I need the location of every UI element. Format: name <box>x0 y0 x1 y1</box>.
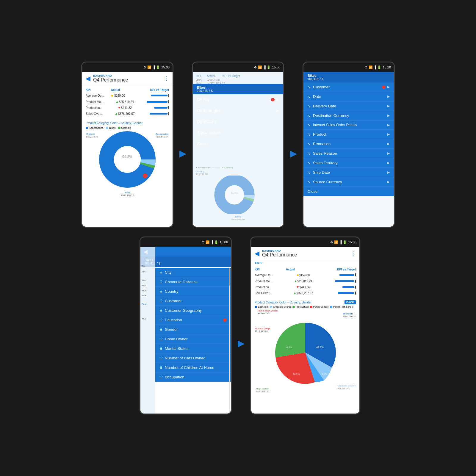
phone-screen1: ⊙ 📶 ▐ 🔋 15:06 ◀ DASHBOARD Q4 Performance… <box>81 62 173 228</box>
tile-5-label: Tile 5 <box>251 260 359 265</box>
dim-close-3[interactable]: Close <box>303 187 394 196</box>
dim-sales-territory[interactable]: ↘Sales Territory ▶ <box>303 158 394 168</box>
wifi-icon-4: 📶 <box>206 240 210 244</box>
kpi-row-5b: Product Mo... ▲$25,819.24 <box>255 278 356 284</box>
dim-icon-product: ↘ <box>308 132 311 137</box>
drill-num-children-label: Number of Children At Home <box>165 365 214 370</box>
drill-home-owner[interactable]: ☷ Home Owner <box>155 334 231 344</box>
label-partial-hs: Partial High School <box>333 306 353 308</box>
signal-icon-3: ▐ <box>374 65 376 69</box>
drill-commute[interactable]: ☷ Commute Distance <box>155 277 231 287</box>
indicator-yellow: ● <box>111 93 113 98</box>
drill-num-cars[interactable]: ☷ Number of Cars Owned <box>155 353 231 363</box>
drill-city-label: City <box>165 270 171 275</box>
menu-dots-5[interactable]: ⋮ <box>350 250 356 257</box>
pie-section-5: Product Category, Color – Country, Gende… <box>251 298 359 400</box>
kpi-bar <box>138 111 169 117</box>
kpi-val-5-4: ▲$378,297.67 <box>286 290 320 296</box>
drill-gender-row: ☷ Gender <box>159 327 227 332</box>
grid-icon-marital: ☷ <box>159 347 162 350</box>
battery-icon-3: 🔋 <box>377 65 381 69</box>
chevron-dest: ▶ <box>387 114 390 118</box>
dim-internet-sales[interactable]: ↘Internet Sales Order Details ▶ <box>303 120 394 130</box>
actual-col-header-5: Actual <box>286 267 320 272</box>
dim-source-row: ↘Source Currency <box>308 180 387 184</box>
kpi-bar <box>138 99 169 105</box>
context-menu-2[interactable]: Bikes 706,418.7 $ Drill by... ▶ Drillthr… <box>193 84 283 149</box>
drill-marital[interactable]: ☷ Marital Status <box>155 344 231 353</box>
drill-education[interactable]: ☷ Education <box>155 315 231 325</box>
svg-text:94.8%: 94.8% <box>122 155 132 159</box>
menu-item-close-2[interactable]: Close <box>193 138 283 149</box>
dim-date[interactable]: ↘Date ▶ <box>303 92 394 101</box>
dim-icon-delivery: ↘ <box>308 104 311 108</box>
status-bar-3: ⊙ 📶 ▐ 🔋 15:20 <box>303 62 394 72</box>
menu-item-drill-down[interactable]: Drill Down <box>193 116 283 127</box>
drill-city[interactable]: ☷ City <box>155 268 231 277</box>
time-display: 15:06 <box>161 65 170 69</box>
drill-country[interactable]: ☷ Country <box>155 287 231 296</box>
drill-customer[interactable]: ☷ Customer <box>155 296 231 306</box>
drill-gender[interactable]: ☷ Gender <box>155 325 231 334</box>
chevron-territory: ▶ <box>387 161 390 165</box>
menu-dots-1[interactable]: ⋮ <box>164 75 169 82</box>
dim-label-delivery: Delivery Date <box>313 104 336 108</box>
drill-num-children[interactable]: ☷ Number of Children At Home <box>155 363 231 372</box>
indicator-u2-5: ▲ <box>293 291 297 295</box>
kpi-value: ●$159.00 <box>111 92 138 99</box>
clock-icon-3: ⊙ <box>365 65 367 69</box>
title-group-1: DASHBOARD Q4 Performance <box>93 74 161 83</box>
float-graduate: Graduate Degree$59,166.65 <box>337 384 356 390</box>
dim-source-currency[interactable]: ↘Source Currency ▶ <box>303 177 394 187</box>
kpi-bar-5-1 <box>320 272 356 278</box>
dim-ship-date[interactable]: ↘Ship Date ▶ <box>303 168 394 177</box>
chevron-ship: ▶ <box>387 170 390 174</box>
dim-dest-currency[interactable]: ↘Destination Currency ▶ <box>303 111 394 120</box>
battery-icon: 🔋 <box>156 65 160 69</box>
legend-bachelors: Bachelors <box>255 306 269 308</box>
time-display-2: 15:06 <box>272 65 280 69</box>
dim-product[interactable]: ↘Product ▶ <box>303 130 394 139</box>
arrow-1-2: ▶ <box>179 149 186 159</box>
phone-screen4: ⊙ 📶 ▐ 🔋 15:06 ◀ Bikes 706,418.7 $ <box>140 237 232 414</box>
back-button-5[interactable]: ◀ <box>255 250 259 257</box>
dim-sales-reason[interactable]: ↘Sales Reason ▶ <box>303 149 394 158</box>
drill-customer-geo-row: ☷ Customer Geography <box>159 308 227 313</box>
grid-icon-home-owner: ☷ <box>159 337 162 341</box>
menu-item-drill-by[interactable]: Drill by... ▶ <box>193 94 283 105</box>
drill-occupation-label: Occupation <box>165 375 184 379</box>
menu-item-drillthroughs[interactable]: Drillthroughs ▶ <box>193 105 283 116</box>
signal-icon-2: ▐ <box>263 65 266 69</box>
dim-delivery-date[interactable]: ↘Delivery Date ▶ <box>303 101 394 111</box>
phone-screen3: ⊙ 📶 ▐ 🔋 15:20 Bikes 706,418.7 $ <box>303 62 395 228</box>
screen2-content: KPI Actual KPI vs Target Aver... ●$159.0… <box>193 72 283 227</box>
donut-chart-container-1: Clothing$13,218.78 Accessories$25,819.24… <box>86 131 169 200</box>
phone-screen2: ⊙ 📶 ▐ 🔋 15:06 KPI Actual KPI vs Target A… <box>192 62 284 228</box>
pct-partial-hs: 5% <box>316 381 319 383</box>
legend-accessories: Accessories <box>86 126 104 129</box>
menu-item-show-values[interactable]: Show values <box>193 127 283 138</box>
legend-partial-hs: Partial High School <box>330 306 353 308</box>
chevron-customer: ▶ <box>387 85 390 89</box>
screenshots-grid: ⊙ 📶 ▐ 🔋 15:06 ◀ DASHBOARD Q4 Performance… <box>81 62 395 414</box>
drill-by-right: ▶ <box>269 98 279 102</box>
drill-down-label: Drill Down <box>197 119 216 124</box>
customer-right: ▶ <box>382 85 390 89</box>
kpi-col-header-5: KPI <box>255 267 286 272</box>
kpi-name-5-1: Average Op... <box>255 272 286 278</box>
dim-icon-date: ↘ <box>308 95 311 99</box>
back-button-1[interactable]: ◀ <box>86 75 90 82</box>
dim-dest-row: ↘Destination Currency <box>308 113 387 118</box>
float-high-school: High School$195,846.70 <box>256 387 270 393</box>
drill-occupation[interactable]: ☷ Occupation <box>155 372 231 382</box>
dim-promotion[interactable]: ↘Promotion ▶ <box>303 139 394 149</box>
back-button-chart-5[interactable]: BACK <box>345 300 356 304</box>
kpi-target-col-header-5: KPI vs Target <box>320 267 356 272</box>
kpi-name-5-3: Production... <box>255 284 286 290</box>
kpi-table-1: KPI Actual KPI vs Target Average Op... ●… <box>86 88 169 117</box>
dim-customer[interactable]: ↘ Customer ▶ <box>303 82 394 92</box>
grid-icon-occupation: ☷ <box>159 375 162 379</box>
kpi-value: ▲$378,297.67 <box>111 111 138 117</box>
drill-customer-geo[interactable]: ☷ Customer Geography <box>155 306 231 315</box>
drill-education-row: ☷ Education <box>159 318 223 322</box>
